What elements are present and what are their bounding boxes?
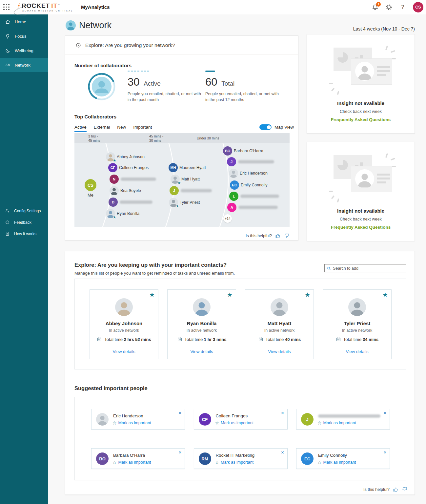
settings-gear-icon[interactable] [385, 4, 393, 11]
map-person[interactable]: L [229, 192, 279, 201]
important-star-icon[interactable]: ★ [305, 291, 310, 299]
total-time-row: Total time 2 hrs 52 mins [90, 337, 158, 342]
lightbulb-icon [5, 33, 10, 39]
redacted-email [121, 178, 156, 181]
map-view-label: Map View [274, 125, 294, 130]
tab-external[interactable]: External [94, 125, 110, 131]
suggested-person-name: Emily Connolly [318, 453, 347, 458]
sidebar-item-config-settings[interactable]: Config Settings [0, 205, 48, 217]
map-overflow-badge[interactable]: +14 [223, 214, 232, 223]
sidebar-item-wellbeing[interactable]: Wellbeing [0, 43, 48, 58]
mark-as-important-button[interactable]: ☆Mark as important [317, 420, 356, 426]
thumbs-up-icon[interactable] [275, 233, 281, 239]
view-details-link[interactable]: View details [346, 349, 368, 354]
contact-name: Abbey Johnson [90, 321, 158, 326]
calendar-icon [258, 337, 263, 342]
map-me-label: Me [85, 193, 96, 198]
important-contacts-card: Explore: Are you keeping up with your im… [65, 251, 415, 495]
insight-subtitle: Check back next week [307, 217, 415, 221]
contact-status: In active network [90, 328, 158, 333]
growth-explore-card: Explore: Are you growing your network? N… [65, 35, 298, 241]
sidebar-item-home[interactable]: Home [0, 14, 48, 29]
mark-as-important-button[interactable]: ☆Mark as important [112, 420, 151, 426]
view-details-link[interactable]: View details [268, 349, 291, 354]
collaborator-map: 3 hrs -45 mins 45 mins -30 mins Under 30… [74, 133, 290, 227]
important-star-icon[interactable]: ★ [149, 291, 155, 299]
star-outline-icon: ☆ [215, 420, 219, 426]
mark-as-important-button[interactable]: ☆Mark as important [112, 460, 151, 465]
map-person[interactable]: J [227, 157, 274, 166]
compass-icon [75, 42, 81, 48]
map-person[interactable]: N [110, 175, 156, 184]
contact-name: Ryan Bonilla [168, 321, 236, 326]
sidebar-item-network[interactable]: Network [0, 58, 48, 72]
helpful-prompt: Is this helpful? [363, 487, 407, 492]
collaborator-tabs: ActiveExternalNewImportant [74, 125, 159, 130]
map-person[interactable]: MHMaureen Hyatt [169, 163, 206, 172]
person-initials-avatar: CF [108, 163, 117, 172]
sidebar-item-feedback[interactable]: Feedback [0, 217, 48, 228]
map-person[interactable]: ★Abbey Johnson [106, 152, 145, 161]
close-icon[interactable]: ✕ [281, 411, 284, 415]
map-person[interactable]: ★Ryan Bonilla [106, 209, 139, 218]
important-star-icon: ★ [113, 158, 116, 163]
important-star-icon: ★ [177, 181, 181, 185]
mark-as-important-button[interactable]: ☆Mark as important [215, 420, 254, 426]
close-icon[interactable]: ✕ [281, 450, 284, 455]
helpful-label: Is this helpful? [363, 487, 390, 492]
thumbs-up-icon[interactable] [393, 487, 398, 492]
sidebar: Home Focus Wellbeing Network Config Sett… [0, 14, 48, 504]
user-avatar[interactable]: CS [413, 2, 423, 12]
logo-brand-orange: IT [51, 2, 57, 9]
search-input[interactable] [333, 266, 404, 271]
map-person[interactable]: Bria Soyele [110, 186, 141, 195]
view-details-link[interactable]: View details [190, 349, 213, 354]
faq-link[interactable]: Frequently Asked Questions [331, 225, 391, 230]
search-to-add-box [324, 264, 406, 272]
total-collaborators-metric: 60 Total People you emailed, chatted, or… [205, 71, 281, 103]
notification-badge: 1 [376, 2, 381, 7]
map-person[interactable]: J [170, 186, 212, 195]
map-person[interactable]: A [227, 203, 278, 212]
close-icon[interactable]: ✕ [383, 411, 387, 415]
page-title: Network [79, 20, 112, 31]
important-star-icon[interactable]: ★ [227, 291, 233, 299]
faq-link[interactable]: Frequently Asked Questions [331, 117, 391, 122]
map-person[interactable]: CFColleen Frangos [108, 163, 149, 172]
star-outline-icon: ☆ [317, 460, 322, 465]
map-person[interactable]: ECEmily Connolly [230, 180, 267, 190]
map-person[interactable]: ★Matt Hyatt [171, 175, 200, 184]
person-initials-avatar: A [227, 203, 236, 212]
close-icon[interactable]: ✕ [383, 450, 387, 455]
contact-name: Tyler Priest [323, 321, 391, 326]
tab-active[interactable]: Active [74, 125, 87, 132]
total-description: People you emailed, chatted, or met with… [205, 91, 279, 103]
person-initials-avatar: BO [96, 452, 109, 465]
map-person[interactable]: D [109, 198, 152, 207]
map-view-toggle[interactable] [259, 124, 272, 130]
thumbs-down-icon[interactable] [402, 487, 407, 492]
map-person[interactable]: BOBarbara O'Harra [223, 146, 263, 156]
star-outline-icon: ☆ [112, 420, 117, 426]
view-details-link[interactable]: View details [112, 349, 135, 354]
important-star-icon[interactable]: ★ [382, 291, 388, 299]
notifications-bell-icon[interactable]: 1 [372, 4, 379, 11]
help-icon[interactable]: ? [399, 4, 406, 11]
sidebar-item-how-it-works[interactable]: How it works [0, 228, 48, 240]
app-launcher-icon[interactable] [3, 4, 10, 10]
total-time-row: Total time 40 mins [245, 337, 314, 342]
redacted-email [120, 200, 152, 204]
close-icon[interactable]: ✕ [178, 411, 182, 415]
calendar-icon [177, 337, 182, 342]
thumbs-down-icon[interactable] [284, 233, 290, 239]
mark-as-important-button[interactable]: ☆Mark as important [215, 460, 254, 465]
sidebar-item-focus[interactable]: Focus [0, 29, 48, 43]
map-person[interactable]: Eric Henderson [229, 169, 268, 178]
close-icon[interactable]: ✕ [178, 450, 182, 455]
tab-important[interactable]: Important [133, 125, 152, 131]
mark-as-important-button[interactable]: ☆Mark as important [317, 460, 356, 465]
map-person[interactable]: ★Tyler Priest [169, 198, 200, 207]
document-icon [5, 231, 10, 236]
person-initials-avatar: J [227, 157, 236, 166]
tab-new[interactable]: New [117, 125, 126, 131]
